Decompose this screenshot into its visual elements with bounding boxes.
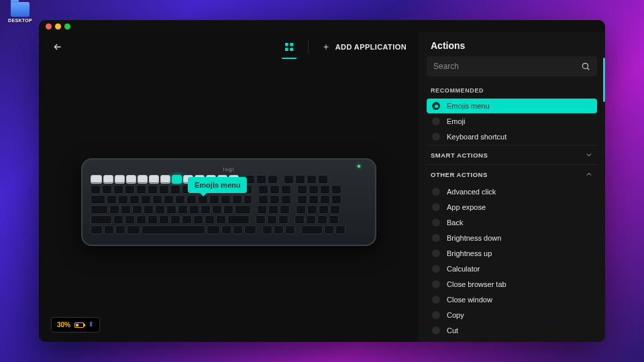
key <box>102 185 112 194</box>
action-option-label: Keyboard shortcut <box>447 133 506 141</box>
function-key[interactable] <box>295 175 305 184</box>
function-key[interactable] <box>318 175 328 184</box>
keyboard-led-icon <box>358 165 360 168</box>
function-key[interactable] <box>307 175 317 184</box>
search-icon <box>581 62 590 71</box>
action-option[interactable]: Brightness down <box>427 231 597 245</box>
apps-grid-icon[interactable] <box>284 42 294 52</box>
function-key[interactable] <box>160 175 170 184</box>
function-key[interactable] <box>138 175 148 184</box>
app-window: ADD APPLICATION Emojis menu logi 30% <box>39 20 605 342</box>
svg-point-4 <box>582 63 588 68</box>
function-key[interactable] <box>268 175 278 184</box>
key <box>91 185 101 194</box>
desktop-folder[interactable]: DESKTOP <box>7 2 34 23</box>
section-recommended-label: RECOMMENDED <box>427 82 597 98</box>
radio-icon <box>432 219 440 227</box>
battery-icon <box>74 322 84 328</box>
key <box>317 215 327 224</box>
function-key[interactable] <box>103 175 113 184</box>
action-option-label: Close browser tab <box>447 280 506 288</box>
key <box>320 195 330 204</box>
action-option[interactable]: Advanced click <box>427 184 597 199</box>
key <box>331 185 341 194</box>
keyboard-illustration: logi <box>81 158 376 246</box>
radio-icon <box>432 234 440 242</box>
key <box>330 205 340 214</box>
minimize-icon[interactable] <box>55 23 61 29</box>
key <box>268 205 278 214</box>
add-application-button[interactable]: ADD APPLICATION <box>322 43 407 51</box>
add-application-label: ADD APPLICATION <box>335 43 407 51</box>
action-option[interactable]: Delete <box>427 339 597 342</box>
radio-icon <box>432 311 440 319</box>
key <box>233 225 243 234</box>
key <box>309 185 319 194</box>
chevron-up-icon <box>585 170 593 178</box>
function-key[interactable] <box>172 175 182 184</box>
action-option[interactable]: Close window <box>427 292 597 307</box>
action-option[interactable]: Emoji <box>427 114 597 129</box>
key <box>205 215 215 224</box>
key <box>178 205 188 214</box>
toolbar: ADD APPLICATION <box>39 32 419 62</box>
function-key[interactable] <box>149 175 159 184</box>
action-option[interactable]: Brightness up <box>427 246 597 261</box>
function-key[interactable] <box>256 175 266 184</box>
radio-icon <box>432 117 440 125</box>
key <box>331 195 341 204</box>
function-key[interactable] <box>91 175 102 184</box>
back-button[interactable] <box>51 40 64 54</box>
close-icon[interactable] <box>46 23 52 29</box>
key <box>280 205 290 214</box>
action-option[interactable]: Cut <box>427 323 597 338</box>
section-smart-actions[interactable]: SMART ACTIONS <box>427 145 597 164</box>
action-option[interactable]: Copy <box>427 308 597 322</box>
action-option-label: Calculator <box>447 265 480 273</box>
function-key[interactable] <box>126 175 136 184</box>
actions-search[interactable] <box>427 56 597 76</box>
key <box>244 195 252 204</box>
key <box>113 215 123 224</box>
key <box>121 205 131 214</box>
action-option[interactable]: Keyboard shortcut <box>427 129 597 144</box>
key <box>297 185 307 194</box>
key <box>91 205 108 214</box>
action-option-label: Copy <box>447 311 464 319</box>
key <box>142 225 205 234</box>
key <box>104 225 114 234</box>
key <box>127 225 140 234</box>
key-callout: Emojis menu <box>188 177 247 193</box>
key <box>155 205 165 214</box>
action-option[interactable]: Close browser tab <box>427 277 597 292</box>
function-key[interactable] <box>284 175 294 184</box>
fullscreen-icon[interactable] <box>64 23 70 29</box>
action-option[interactable]: App expose <box>427 200 597 215</box>
section-other-actions[interactable]: OTHER ACTIONS <box>427 164 597 184</box>
main-pane: ADD APPLICATION Emojis menu logi 30% <box>39 32 419 342</box>
action-option[interactable]: Emojis menu <box>427 99 597 113</box>
search-input[interactable] <box>433 62 581 71</box>
action-option[interactable]: Back <box>427 215 597 230</box>
key <box>256 215 266 224</box>
key <box>306 215 316 224</box>
key <box>159 215 169 224</box>
actions-panel-title: Actions <box>419 32 605 56</box>
key <box>136 185 146 194</box>
key <box>141 195 151 204</box>
key <box>223 205 233 214</box>
battery-indicator: 30% <box>51 317 100 333</box>
key <box>125 215 135 224</box>
key <box>175 195 185 204</box>
scroll-indicator[interactable] <box>603 58 605 102</box>
key <box>148 185 158 194</box>
action-option[interactable]: Calculator <box>427 261 597 276</box>
key <box>91 215 112 224</box>
function-key[interactable] <box>115 175 125 184</box>
svg-rect-1 <box>290 43 293 46</box>
key <box>258 185 268 194</box>
radio-icon <box>432 326 440 335</box>
key <box>320 185 330 194</box>
action-option-label: Advanced click <box>447 188 496 196</box>
key <box>136 215 146 224</box>
